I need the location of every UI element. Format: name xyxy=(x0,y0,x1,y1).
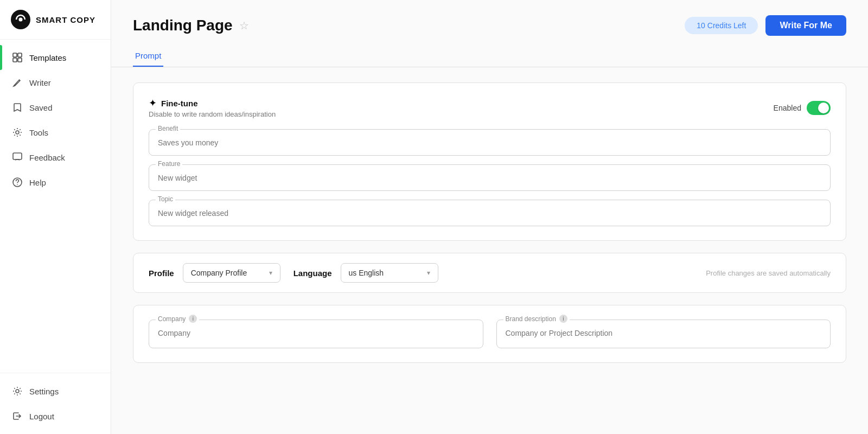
brand-description-info-icon[interactable]: i xyxy=(559,315,567,323)
brand-description-input[interactable] xyxy=(506,327,822,337)
company-fields-row: Company i Brand description i xyxy=(149,320,831,348)
sidebar-item-label-feedback: Feedback xyxy=(29,153,65,162)
benefit-field-group: Benefit xyxy=(149,129,831,156)
profile-select[interactable]: Company Profile ▾ xyxy=(183,263,280,283)
finetune-header: ✦ Fine-tune Disable to write random idea… xyxy=(149,97,831,118)
sidebar-item-label-settings: Settings xyxy=(29,387,59,396)
help-icon xyxy=(12,177,23,188)
language-chevron-icon: ▾ xyxy=(427,269,430,277)
company-info-icon[interactable]: i xyxy=(189,315,197,323)
enabled-label: Enabled xyxy=(774,104,801,112)
page-title-row: Landing Page ☆ xyxy=(133,17,249,34)
tabs-row: Prompt xyxy=(111,46,868,67)
sidebar-nav: Templates Writer Saved Tools xyxy=(0,40,111,373)
topic-field-group: Topic xyxy=(149,200,831,226)
svg-point-6 xyxy=(16,131,19,134)
finetune-subtitle: Disable to write random ideas/inspiratio… xyxy=(149,110,276,118)
svg-rect-4 xyxy=(13,58,17,62)
sidebar-item-writer[interactable]: Writer xyxy=(0,70,111,95)
topic-input[interactable] xyxy=(158,207,821,218)
main-content: Landing Page ☆ 10 Credits Left Write For… xyxy=(111,0,868,434)
brand-description-label: Brand description xyxy=(506,315,556,323)
page-title: Landing Page xyxy=(133,17,233,34)
finetune-sparkle-icon: ✦ xyxy=(149,97,157,109)
feedback-icon xyxy=(12,152,23,163)
feature-label: Feature xyxy=(156,160,182,168)
logout-icon xyxy=(12,411,23,422)
sidebar-bottom: Settings Logout xyxy=(0,373,111,434)
sidebar-item-logout[interactable]: Logout xyxy=(0,404,111,429)
language-select-value: us English xyxy=(349,269,384,277)
header-right: 10 Credits Left Write For Me xyxy=(685,15,846,36)
topic-label: Topic xyxy=(156,195,175,203)
brand-description-field-group: Brand description i xyxy=(496,320,831,348)
write-for-me-button[interactable]: Write For Me xyxy=(765,15,846,36)
svg-rect-5 xyxy=(18,58,22,62)
sidebar-item-label-help: Help xyxy=(29,178,46,187)
company-field-group: Company i xyxy=(149,320,483,348)
finetune-card: ✦ Fine-tune Disable to write random idea… xyxy=(133,82,846,241)
finetune-title-col: ✦ Fine-tune Disable to write random idea… xyxy=(149,97,276,118)
sidebar-item-label-writer: Writer xyxy=(29,78,51,87)
profile-select-value: Company Profile xyxy=(191,269,247,277)
sidebar-item-label-saved: Saved xyxy=(29,103,53,112)
main-header: Landing Page ☆ 10 Credits Left Write For… xyxy=(111,0,868,36)
finetune-toggle[interactable] xyxy=(807,101,831,115)
content-area: ✦ Fine-tune Disable to write random idea… xyxy=(111,67,868,385)
sidebar-item-label-templates: Templates xyxy=(29,53,66,62)
sidebar-item-help[interactable]: Help xyxy=(0,170,111,195)
app-name: SMART COPY xyxy=(36,15,95,24)
favorite-star-icon[interactable]: ☆ xyxy=(239,19,249,32)
benefit-input[interactable] xyxy=(158,136,821,147)
auto-save-note: Profile changes are saved automatically xyxy=(706,269,831,277)
svg-rect-2 xyxy=(13,53,17,57)
sidebar-item-feedback[interactable]: Feedback xyxy=(0,145,111,170)
svg-rect-3 xyxy=(18,53,22,57)
company-label: Company xyxy=(158,315,186,323)
language-select[interactable]: us English ▾ xyxy=(341,263,438,283)
writer-icon xyxy=(12,77,23,88)
feature-field-group: Feature xyxy=(149,164,831,191)
settings-icon xyxy=(12,386,23,397)
sidebar-item-label-tools: Tools xyxy=(29,128,48,137)
svg-rect-7 xyxy=(13,153,22,159)
finetune-title-row: ✦ Fine-tune xyxy=(149,97,276,109)
profile-row: Profile Company Profile ▾ Language us En… xyxy=(133,253,846,293)
sidebar-item-settings[interactable]: Settings xyxy=(0,379,111,404)
svg-point-10 xyxy=(16,390,19,393)
feature-input[interactable] xyxy=(158,171,821,182)
language-label: Language xyxy=(293,269,332,278)
company-label-row: Company i xyxy=(156,315,199,323)
templates-icon xyxy=(12,52,23,63)
tab-prompt[interactable]: Prompt xyxy=(133,46,163,67)
logo-icon xyxy=(11,10,30,29)
company-input[interactable] xyxy=(158,327,474,337)
tools-icon xyxy=(12,127,23,138)
saved-icon xyxy=(12,102,23,113)
sidebar-item-templates[interactable]: Templates xyxy=(0,45,111,70)
app-logo: SMART COPY xyxy=(0,0,111,40)
benefit-label: Benefit xyxy=(156,125,180,132)
fields-container: Benefit Feature Topic xyxy=(149,129,831,226)
sidebar: SMART COPY Templates Writer Saved xyxy=(0,0,111,434)
svg-point-1 xyxy=(19,18,23,22)
finetune-title: Fine-tune xyxy=(161,99,198,108)
sidebar-item-label-logout: Logout xyxy=(29,412,54,421)
profile-chevron-icon: ▾ xyxy=(269,269,272,277)
sidebar-item-saved[interactable]: Saved xyxy=(0,95,111,120)
sidebar-item-tools[interactable]: Tools xyxy=(0,120,111,145)
enabled-row: Enabled xyxy=(774,101,831,115)
company-fields-card: Company i Brand description i xyxy=(133,305,846,363)
credits-badge: 10 Credits Left xyxy=(685,17,758,34)
svg-point-9 xyxy=(17,184,18,186)
profile-label: Profile xyxy=(149,269,174,278)
brand-description-label-row: Brand description i xyxy=(503,315,570,323)
